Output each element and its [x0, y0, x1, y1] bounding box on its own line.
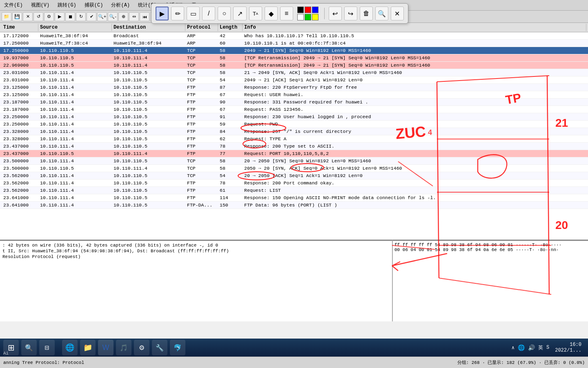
tb-zoom-in[interactable]: 🔍+ [97, 12, 107, 21]
ai-label: Ai [3, 351, 9, 356]
ann-delete-btn[interactable]: 🗑 [360, 7, 373, 20]
ann-text-btn[interactable]: TA [249, 7, 262, 20]
table-row[interactable]: 23.12500010.110.111.410.110.110.5FTP87Re… [0, 84, 588, 91]
table-row[interactable]: 17.25000010.110.110.510.110.111.4TCP5820… [0, 47, 588, 54]
ann-search-btn[interactable]: 🔍 [375, 7, 388, 20]
tb-filter-apply[interactable]: ✔ [87, 12, 96, 21]
taskbar-explorer[interactable]: 📁 [80, 340, 96, 355]
ann-rect-btn[interactable]: ▭ [187, 7, 200, 20]
table-cell: ARP [185, 40, 218, 46]
ann-ellipse-btn[interactable]: ○ [218, 7, 231, 20]
taskbar-search[interactable]: 🔍 [21, 340, 37, 355]
taskbar-app6[interactable]: 🔧 [152, 340, 167, 355]
table-row[interactable]: 23.43700010.110.110.510.110.111.4FTP77Re… [0, 150, 588, 157]
tb-options[interactable]: ⚙ [44, 12, 54, 21]
table-cell: FTP [185, 84, 218, 90]
table-cell: 59 [218, 121, 243, 127]
table-row[interactable]: 23.64100010.110.111.410.110.110.5FTP-DA.… [0, 202, 588, 209]
taskbar-word[interactable]: W [98, 340, 114, 355]
table-row[interactable]: 23.25000010.110.111.410.110.110.5FTP59Re… [0, 121, 588, 128]
tb-zoom-reset[interactable]: ⊕ [118, 12, 128, 21]
menu-capture[interactable]: 捕获(C) [82, 1, 106, 9]
table-cell: 23.641000 [2, 195, 38, 201]
tb-stop[interactable]: ◼ [65, 12, 75, 21]
tb-open[interactable]: 📁 [2, 12, 11, 21]
taskbar-chrome[interactable]: 🌐 [62, 340, 78, 355]
tray-ime[interactable]: 英 [538, 344, 543, 351]
ann-menu-btn[interactable]: ≡ [280, 7, 293, 20]
color-blue[interactable] [312, 7, 318, 13]
table-cell: 23.641000 [2, 202, 38, 208]
table-cell: 2050 → 20 [SYN, ACK] Seq=0 Ack=1 Win=819… [243, 165, 586, 171]
table-cell: 23.500000 [2, 158, 38, 164]
tb-start[interactable]: ▶ [55, 12, 65, 21]
ann-redo-btn[interactable]: ↪ [344, 7, 357, 20]
table-cell: 10.110.110.5 [112, 195, 185, 201]
menu-view[interactable]: 视图(V) [29, 1, 52, 9]
table-cell: 10.110.111.4 [38, 143, 112, 149]
table-row[interactable]: 22.96900010.110.110.510.110.111.4TCP58[T… [0, 62, 588, 69]
color-white[interactable] [297, 14, 304, 20]
table-row[interactable]: 23.56200010.110.111.410.110.110.5TCP5420… [0, 172, 588, 180]
clock-area[interactable]: 16:0 2022/1... [555, 342, 581, 353]
table-row[interactable]: 23.50000010.110.111.410.110.110.5TCP5820… [0, 157, 588, 165]
taskbar-app7[interactable]: 🐬 [170, 340, 185, 355]
taskbar-app4[interactable]: 🎵 [116, 340, 131, 355]
color-yellow[interactable] [312, 14, 318, 20]
sep1 [324, 8, 325, 19]
tray-sound[interactable]: 🔊 [528, 344, 535, 351]
ann-line-btn[interactable]: / [202, 7, 215, 20]
menu-analyze[interactable]: 分析(A) [109, 1, 132, 9]
tb-close[interactable]: ✕ [23, 12, 33, 21]
taskbar-app5[interactable]: ⚙ [134, 340, 149, 355]
table-row[interactable]: 23.50000010.110.110.510.110.111.4TCP5820… [0, 165, 588, 172]
table-row[interactable]: 23.32800010.110.111.410.110.110.5FTP62Re… [0, 135, 588, 143]
ann-select-btn[interactable]: ▶ [156, 7, 169, 20]
table-cell: [TCP Retransmission] 2049 → 21 [SYN] Seq… [243, 55, 586, 61]
ann-pen-btn[interactable]: ✏ [171, 7, 184, 20]
color-red[interactable] [305, 7, 311, 13]
ann-undo-btn[interactable]: ↩ [329, 7, 342, 20]
tray-network[interactable]: 🌐 [518, 344, 525, 351]
tb-jump-first[interactable]: ⏮ [140, 12, 149, 21]
table-row[interactable]: 23.25000010.110.111.410.110.110.5FTP91Re… [0, 113, 588, 121]
table-row[interactable]: 23.03100010.110.111.410.110.110.5TCP5420… [0, 76, 588, 84]
table-row[interactable]: 23.56200010.110.111.410.110.110.5FTP61Re… [0, 187, 588, 194]
table-row[interactable]: 23.12500010.110.111.410.110.110.5FTP67Re… [0, 91, 588, 99]
table-row[interactable]: 23.56200010.110.111.410.110.110.5FTP78Re… [0, 180, 588, 187]
ann-close-btn[interactable]: ✕ [391, 7, 404, 20]
table-cell: 58 [218, 70, 243, 76]
tray-security[interactable]: S [546, 345, 549, 350]
table-row[interactable]: 23.18700010.110.111.410.110.110.5FTP67Re… [0, 106, 588, 113]
table-cell: 61 [218, 187, 243, 193]
table-cell: 21 → 2049 [SYN, ACK] Seq=0 Ack=1 Win=819… [243, 70, 586, 76]
color-black[interactable] [297, 7, 304, 13]
table-cell: 23.031000 [2, 77, 38, 83]
tb-reload[interactable]: ↺ [33, 12, 43, 21]
ann-arrow-btn[interactable]: ↗ [233, 7, 246, 20]
detail-line-0: : 42 bytes on wire (336 bits), 42 bytes … [2, 242, 390, 248]
table-row[interactable]: 23.18700010.110.111.410.110.110.5FTP90Re… [0, 99, 588, 106]
table-row[interactable]: 19.93700010.110.110.510.110.111.4TCP58[T… [0, 54, 588, 62]
table-cell: FTP [185, 195, 218, 201]
ann-highlight-btn[interactable]: ◆ [265, 7, 278, 20]
color-palette [297, 7, 318, 20]
tb-zoom-out[interactable]: 🔍- [108, 12, 118, 21]
table-cell: 58 [218, 62, 243, 68]
menu-goto[interactable]: 跳转(G) [55, 1, 79, 9]
tb-save[interactable]: 💾 [12, 12, 22, 21]
table-row[interactable]: 23.03100010.110.111.410.110.110.5TCP5821… [0, 69, 588, 76]
tray-chevron[interactable]: ∧ [512, 345, 514, 351]
table-row[interactable]: 17.250000HuaweiTe_7f:38:c4HuaweiTe_38:6f… [0, 40, 588, 47]
tb-restart[interactable]: ↻ [76, 12, 86, 21]
taskbar-taskview[interactable]: ⊟ [39, 340, 55, 355]
table-row[interactable]: 23.32800010.110.111.410.110.110.5FTP84Re… [0, 128, 588, 135]
packet-detail: : 42 bytes on wire (336 bits), 42 bytes … [0, 240, 392, 321]
table-row[interactable]: 17.172000HuaweiTe_38:6f:94BroadcastARP42… [0, 32, 588, 40]
table-row[interactable]: 23.64100010.110.111.410.110.110.5FTP114R… [0, 194, 588, 202]
color-green[interactable] [305, 14, 311, 20]
table-row[interactable]: 23.43700010.110.111.410.110.110.5FTP78Re… [0, 143, 588, 150]
menu-file[interactable]: 文件(E) [2, 1, 25, 9]
col-protocol: Protocol [185, 24, 218, 31]
tb-resize-cols[interactable]: ⇔ [129, 12, 139, 21]
